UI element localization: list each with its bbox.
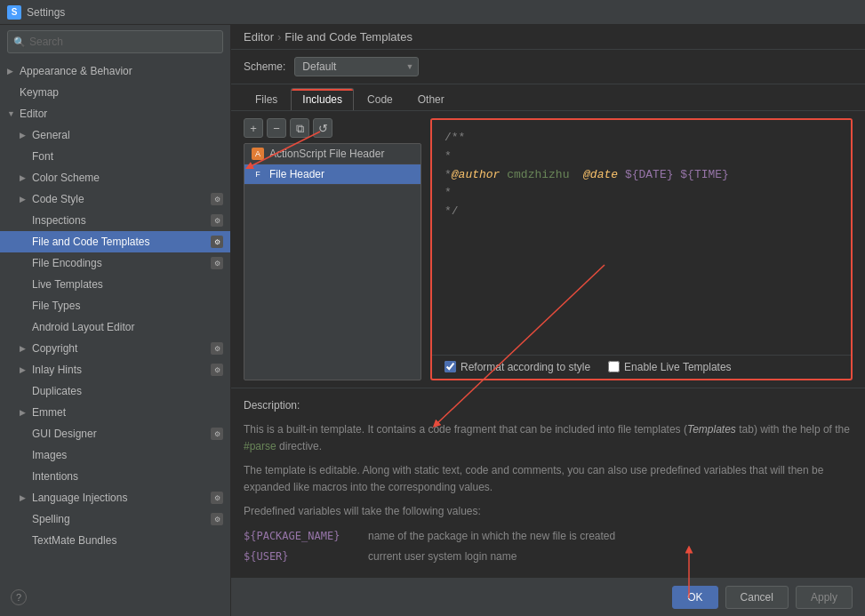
sidebar-item-label: Editor xyxy=(20,108,47,120)
settings-badge: ⚙ xyxy=(211,364,223,376)
checkboxes-row: Reformat according to style Enable Live … xyxy=(432,355,851,379)
sidebar-item-editor[interactable]: ▼ Editor xyxy=(0,103,230,124)
template-item-label: ActionScript File Header xyxy=(269,148,384,160)
sidebar-item-label: TextMate Bundles xyxy=(32,534,116,547)
nav-tree: ▶ Appearance & Behavior Keymap ▼ Editor … xyxy=(0,59,230,616)
arrow-icon: ▶ xyxy=(7,67,20,76)
reformat-label: Reformat according to style xyxy=(461,361,590,373)
tab-includes[interactable]: Includes xyxy=(291,88,354,110)
search-box[interactable]: 🔍 xyxy=(7,30,223,53)
tab-other[interactable]: Other xyxy=(406,88,456,110)
live-templates-checkbox[interactable] xyxy=(608,361,620,372)
template-item-actionscript[interactable]: A ActionScript File Header xyxy=(244,144,420,164)
sidebar-item-label: Inlay Hints xyxy=(32,364,82,376)
sidebar-item-code-style[interactable]: ▶ Code Style ⚙ xyxy=(0,188,230,210)
sidebar-item-file-and-code-templates[interactable]: File and Code Templates ⚙ xyxy=(0,231,230,252)
sidebar-item-font[interactable]: Font xyxy=(0,146,230,167)
tab-files[interactable]: Files xyxy=(244,88,289,110)
sidebar-item-copyright[interactable]: ▶ Copyright ⚙ xyxy=(0,338,230,359)
sidebar-item-file-encodings[interactable]: File Encodings ⚙ xyxy=(0,252,230,274)
arrow-icon: ▶ xyxy=(20,365,32,374)
arrow-icon: ▶ xyxy=(20,408,32,417)
description-vars: ${PACKAGE_NAME} name of the package in w… xyxy=(244,528,853,565)
reformat-checkbox-label[interactable]: Reformat according to style xyxy=(445,361,590,373)
description-text-1: This is a built-in template. It contains… xyxy=(244,421,853,455)
arrow-icon: ▼ xyxy=(7,109,20,118)
sidebar-item-spelling[interactable]: Spelling ⚙ xyxy=(0,508,230,530)
cancel-button[interactable]: Cancel xyxy=(725,586,789,609)
settings-badge: ⚙ xyxy=(211,513,223,525)
sidebar-item-label: File and Code Templates xyxy=(32,236,150,248)
code-line-3: *@author cmdzhizhu @date ${DATE} ${TIME} xyxy=(445,166,838,185)
description-area: Description: This is a built-in template… xyxy=(231,388,865,579)
copy-button[interactable]: ⧉ xyxy=(290,118,309,138)
sidebar-item-android-layout-editor[interactable]: Android Layout Editor xyxy=(0,316,230,338)
reformat-checkbox[interactable] xyxy=(445,361,456,372)
settings-badge: ⚙ xyxy=(211,492,223,504)
main-container: 🔍 ▶ Appearance & Behavior Keymap ▼ Edito… xyxy=(0,25,865,616)
sidebar-item-textmate-bundles[interactable]: TextMate Bundles xyxy=(0,530,230,551)
template-item-file-header[interactable]: F File Header xyxy=(244,164,420,185)
sidebar-item-label: Inspections xyxy=(32,214,86,227)
tab-code[interactable]: Code xyxy=(356,88,404,110)
sidebar-item-intentions[interactable]: Intentions xyxy=(0,466,230,487)
tab-active-indicator xyxy=(292,89,353,91)
breadcrumb-editor: Editor xyxy=(244,30,274,44)
sidebar-item-label: Language Injections xyxy=(32,492,127,504)
sidebar-item-label: File Types xyxy=(32,300,80,312)
sidebar-item-inlay-hints[interactable]: ▶ Inlay Hints ⚙ xyxy=(0,359,230,380)
code-line-1: /** xyxy=(445,129,838,148)
sidebar-item-label: Keymap xyxy=(20,86,59,99)
template-item-label: File Header xyxy=(269,168,324,180)
sidebar-item-color-scheme[interactable]: ▶ Color Scheme xyxy=(0,167,230,188)
sidebar-item-label: GUI Designer xyxy=(32,428,97,440)
sidebar-item-keymap[interactable]: Keymap xyxy=(0,82,230,103)
sidebar-item-label: File Encodings xyxy=(32,257,102,269)
sidebar-item-gui-designer[interactable]: GUI Designer ⚙ xyxy=(0,423,230,444)
var-desc-user: current user system login name xyxy=(368,548,517,565)
sidebar-item-label: Intentions xyxy=(32,470,78,483)
sidebar-item-label: General xyxy=(32,129,70,141)
template-area: + − ⧉ ↺ A ActionScript File Header F Fil… xyxy=(231,111,865,388)
sidebar-item-appearance[interactable]: ▶ Appearance & Behavior xyxy=(0,60,230,82)
sidebar-item-emmet[interactable]: ▶ Emmet xyxy=(0,402,230,423)
live-templates-checkbox-label[interactable]: Enable Live Templates xyxy=(608,361,732,373)
help-button[interactable]: ? xyxy=(11,589,27,605)
code-line-2: * xyxy=(445,148,838,166)
add-button[interactable]: + xyxy=(244,118,263,138)
search-input[interactable] xyxy=(29,36,217,48)
template-list-panel: + − ⧉ ↺ A ActionScript File Header F Fil… xyxy=(244,118,421,380)
sidebar-item-images[interactable]: Images xyxy=(0,444,230,466)
apply-button[interactable]: Apply xyxy=(796,586,853,609)
sidebar-item-language-injections[interactable]: ▶ Language Injections ⚙ xyxy=(0,487,230,508)
scheme-select[interactable]: Default xyxy=(294,57,419,76)
ok-button[interactable]: OK xyxy=(672,586,717,609)
sidebar-item-label: Copyright xyxy=(32,342,77,355)
remove-button[interactable]: − xyxy=(267,118,286,138)
sidebar-item-label: Android Layout Editor xyxy=(32,321,134,333)
search-icon: 🔍 xyxy=(13,36,26,48)
sidebar: 🔍 ▶ Appearance & Behavior Keymap ▼ Edito… xyxy=(0,25,231,616)
code-editor[interactable]: /** * *@author cmdzhizhu @date ${DATE} $… xyxy=(432,120,851,355)
title-bar-text: Settings xyxy=(27,6,65,19)
scheme-row: Scheme: Default xyxy=(231,50,865,84)
var-name-user: ${USER} xyxy=(244,548,350,565)
app-icon: S xyxy=(7,5,21,20)
reset-button[interactable]: ↺ xyxy=(313,118,332,138)
arrow-icon: ▶ xyxy=(20,493,32,502)
code-panel: /** * *@author cmdzhizhu @date ${DATE} $… xyxy=(430,118,853,380)
sidebar-item-inspections[interactable]: Inspections ⚙ xyxy=(0,210,230,231)
scheme-select-wrap[interactable]: Default xyxy=(294,57,419,76)
settings-badge: ⚙ xyxy=(211,214,223,227)
breadcrumb-separator: › xyxy=(277,30,281,44)
sidebar-item-live-templates[interactable]: Live Templates xyxy=(0,274,230,295)
sidebar-item-label: Appearance & Behavior xyxy=(20,65,132,77)
sidebar-item-duplicates[interactable]: Duplicates xyxy=(0,380,230,402)
scheme-label: Scheme: xyxy=(244,60,285,73)
sidebar-item-label: Font xyxy=(32,150,53,163)
sidebar-item-file-types[interactable]: File Types xyxy=(0,295,230,316)
sidebar-item-label: Live Templates xyxy=(32,278,103,291)
sidebar-item-general[interactable]: ▶ General xyxy=(0,124,230,146)
sidebar-item-label: Images xyxy=(32,449,67,461)
breadcrumb-page: File and Code Templates xyxy=(284,30,412,44)
